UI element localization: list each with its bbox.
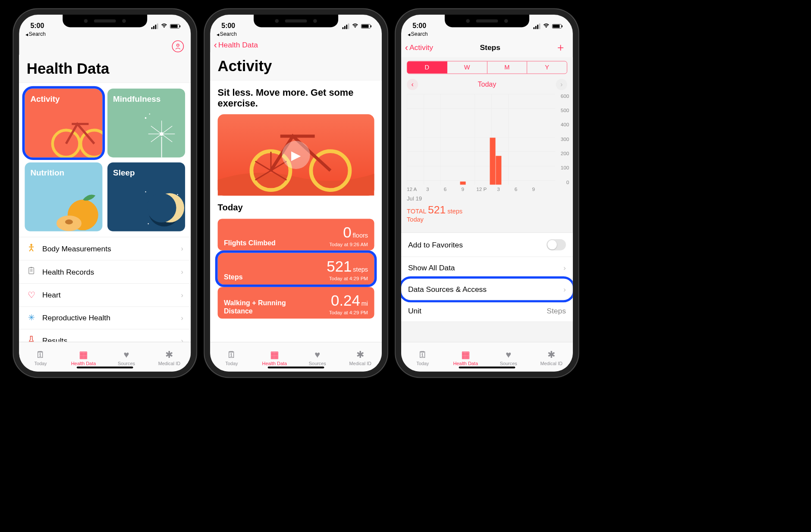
svg-point-19: [147, 193, 176, 222]
y-tick: 600: [561, 93, 569, 99]
add-button[interactable]: ＋: [547, 41, 566, 55]
tile-label: Activity: [30, 94, 60, 104]
y-tick: 0: [566, 180, 569, 185]
svg-point-12: [145, 117, 147, 119]
battery-icon: [170, 24, 179, 28]
tab-today[interactable]: 🗓Today: [19, 342, 62, 372]
home-indicator[interactable]: [268, 366, 324, 368]
row-data-sources-access[interactable]: Data Sources & Access ›: [401, 279, 573, 300]
grid-icon: ▦: [79, 350, 88, 359]
y-tick: 100: [561, 165, 569, 171]
row-label: Health Records: [42, 267, 175, 276]
tab-medical-id[interactable]: ✱Medical ID: [530, 342, 572, 372]
signal-icon: [151, 23, 158, 29]
intro-video[interactable]: ▶: [218, 114, 374, 196]
wifi-icon: [160, 22, 167, 30]
next-day-button[interactable]: ›: [556, 79, 567, 90]
back-label: Activity: [409, 43, 433, 52]
row-label: Data Sources & Access: [408, 285, 487, 294]
x-tick: 9: [461, 187, 464, 192]
metric-value: 0.24: [331, 292, 360, 309]
row-reproductive-health[interactable]: ✳ Reproductive Health ›: [19, 307, 191, 329]
notch: [63, 15, 147, 27]
row-unit[interactable]: Unit Steps: [401, 300, 573, 322]
favorites-toggle[interactable]: [547, 239, 566, 250]
metric-flights-climbed[interactable]: Flights Climbed 0floors Today at 9:26 AM: [218, 219, 374, 250]
peach-icon: [49, 185, 102, 232]
tile-activity[interactable]: Activity: [25, 88, 102, 157]
tile-mindfulness[interactable]: Mindfulness: [107, 88, 185, 157]
back-to-search[interactable]: Search: [210, 30, 382, 37]
chart-date: Jul 19: [401, 195, 573, 202]
metric-unit: mi: [361, 300, 368, 307]
segment-month[interactable]: M: [487, 61, 527, 73]
phone-steps: 5:00 Search ‹ Activity Steps ＋ D W M Y: [395, 9, 579, 378]
segment-day[interactable]: D: [407, 61, 447, 73]
total-unit: steps: [447, 208, 462, 215]
time-range-segment: D W M Y: [407, 61, 567, 74]
row-label: Show All Data: [408, 263, 455, 272]
metric-walking-running[interactable]: Walking + Running Distance 0.24mi Today …: [218, 287, 374, 319]
svg-point-22: [148, 223, 149, 224]
signal-icon: [343, 23, 349, 29]
category-tiles: Activity Mindfulness: [19, 83, 191, 237]
steps-chart: 600 500 400 300 200 100 0 12 A 3 6 9 12 …: [407, 94, 569, 194]
heart-icon: ♡: [27, 290, 36, 300]
row-heart[interactable]: ♡ Heart ›: [19, 283, 191, 307]
svg-line-34: [255, 161, 271, 171]
date-navigator: ‹ Today ›: [401, 77, 573, 92]
row-show-all-data[interactable]: Show All Data ›: [401, 257, 573, 279]
tile-nutrition[interactable]: Nutrition: [25, 163, 102, 232]
metric-timestamp: Today at 4:29 PM: [327, 276, 368, 282]
x-tick: 6: [444, 187, 446, 192]
chart-bar: [490, 138, 495, 185]
row-label: Results: [42, 336, 175, 342]
metric-timestamp: Today at 4:29 PM: [329, 310, 368, 316]
segment-week[interactable]: W: [447, 61, 487, 73]
page-title: Activity: [210, 52, 382, 80]
metric-steps[interactable]: Steps 521steps Today at 4:29 PM: [218, 253, 374, 285]
tab-medical-id[interactable]: ✱Medical ID: [148, 342, 191, 372]
back-to-search[interactable]: Search: [19, 30, 191, 37]
row-results[interactable]: Results ›: [19, 329, 191, 342]
segment-year[interactable]: Y: [527, 61, 567, 73]
battery-icon: [361, 24, 371, 28]
calendar-icon: 🗓: [36, 350, 45, 359]
chevron-right-icon: ›: [181, 291, 183, 299]
metric-value: 521: [327, 258, 352, 275]
home-indicator[interactable]: [77, 366, 133, 368]
y-tick: 200: [561, 151, 569, 156]
home-indicator[interactable]: [459, 366, 516, 368]
heart-tab-icon: ♥: [314, 350, 320, 359]
svg-point-16: [65, 219, 73, 225]
body-icon: [27, 244, 36, 254]
back-to-search[interactable]: Search: [401, 30, 573, 37]
prev-day-button[interactable]: ‹: [407, 79, 418, 90]
battery-icon: [552, 24, 562, 28]
tile-sleep[interactable]: Sleep: [107, 163, 185, 232]
category-list: Body Measurements › Health Records › ♡ H…: [19, 237, 191, 342]
back-button[interactable]: ‹ Health Data: [214, 41, 258, 50]
medical-icon: ✱: [165, 350, 173, 359]
tab-today[interactable]: 🗓Today: [401, 342, 444, 372]
tab-today[interactable]: 🗓Today: [210, 342, 253, 372]
grid-icon: ▦: [461, 350, 470, 359]
metric-name: Flights Climbed: [224, 239, 276, 247]
row-health-records[interactable]: Health Records ›: [19, 260, 191, 283]
phone-activity: 5:00 Search ‹ Health Data Activity Sit l…: [204, 9, 388, 378]
x-tick: 6: [515, 187, 517, 192]
total-value: 521: [428, 204, 446, 216]
back-button[interactable]: ‹ Activity: [405, 43, 433, 52]
row-add-to-favorites[interactable]: Add to Favorites: [401, 233, 573, 257]
profile-button[interactable]: [172, 41, 184, 53]
page-title: Health Data: [19, 55, 191, 83]
metric-unit: steps: [353, 266, 368, 273]
chart-grid: [407, 94, 555, 185]
row-body-measurements[interactable]: Body Measurements ›: [19, 237, 191, 260]
tab-medical-id[interactable]: ✱Medical ID: [339, 342, 382, 372]
svg-line-6: [162, 126, 173, 134]
chevron-right-icon: ›: [181, 314, 183, 322]
steps-settings: Add to Favorites Show All Data › Data So…: [401, 232, 573, 322]
chart-bar: [460, 182, 465, 185]
moon-icon: [135, 181, 185, 231]
